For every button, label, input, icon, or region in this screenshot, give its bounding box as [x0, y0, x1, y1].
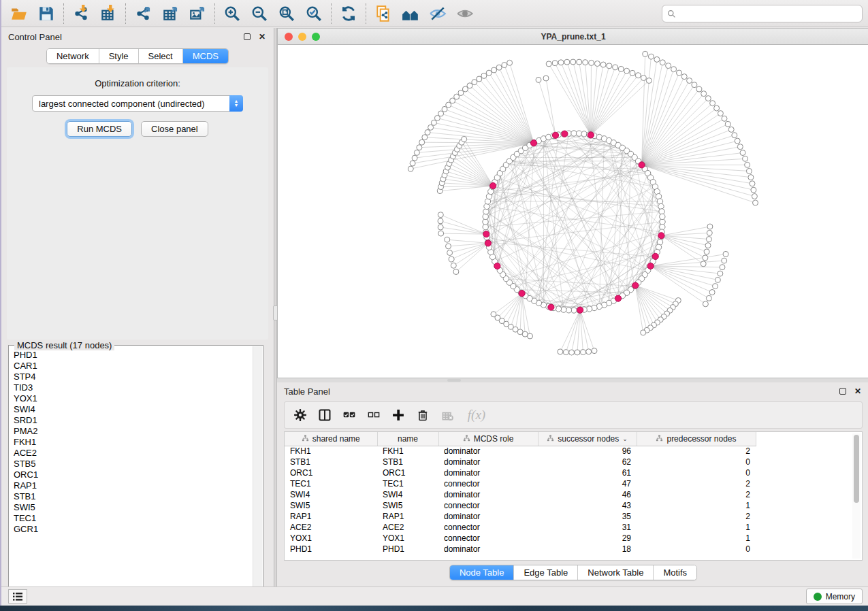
tab-network-table[interactable]: Network Table — [578, 565, 654, 580]
cell-successor-nodes[interactable]: 47 — [538, 478, 637, 489]
tab-mcds[interactable]: MCDS — [183, 49, 228, 63]
tab-select[interactable]: Select — [139, 49, 183, 63]
cell-shared-name[interactable]: TEC1 — [285, 478, 377, 489]
column-header-shared-name[interactable]: shared name — [285, 432, 377, 446]
cell-MCDS-role[interactable]: connector — [438, 522, 538, 533]
zoom-in-button[interactable] — [219, 3, 246, 24]
tab-edge-table[interactable]: Edge Table — [514, 565, 578, 580]
cell-name[interactable]: ORC1 — [377, 467, 438, 478]
cell-shared-name[interactable]: ACE2 — [285, 522, 377, 533]
cell-successor-nodes[interactable]: 62 — [538, 457, 637, 467]
table-row[interactable]: SWI4SWI4dominator462 — [285, 489, 756, 500]
table-row[interactable]: ORC1ORC1dominator610 — [285, 467, 756, 478]
cell-predecessor-nodes[interactable]: 0 — [637, 467, 756, 478]
column-header-successor-nodes[interactable]: successor nodes⌄ — [538, 432, 637, 446]
function-builder-button[interactable]: f(x) — [462, 405, 492, 425]
result-node[interactable]: STB5 — [14, 459, 253, 469]
cell-name[interactable]: FKH1 — [377, 446, 438, 457]
result-node[interactable]: STB1 — [14, 491, 253, 502]
tab-network[interactable]: Network — [47, 49, 99, 63]
clear-table-button[interactable] — [437, 405, 457, 425]
cell-name[interactable]: SWI5 — [377, 500, 438, 511]
cell-predecessor-nodes[interactable]: 1 — [637, 500, 756, 511]
cell-successor-nodes[interactable]: 46 — [538, 489, 637, 500]
result-node[interactable]: RAP1 — [14, 480, 253, 491]
table-row[interactable]: TEC1TEC1connector472 — [285, 478, 756, 489]
cell-MCDS-role[interactable]: dominator — [438, 467, 538, 478]
result-node[interactable]: FKH1 — [14, 437, 253, 448]
tab-motifs[interactable]: Motifs — [654, 565, 696, 580]
memory-button[interactable]: Memory — [806, 589, 863, 604]
export-table-button[interactable] — [157, 3, 184, 24]
cell-successor-nodes[interactable]: 31 — [538, 522, 637, 533]
result-node[interactable]: YOX1 — [14, 393, 253, 404]
cell-name[interactable]: PHD1 — [377, 544, 438, 555]
cell-shared-name[interactable]: SWI5 — [285, 500, 377, 511]
column-header-name[interactable]: name — [377, 432, 438, 446]
cell-predecessor-nodes[interactable]: 1 — [637, 522, 756, 533]
delete-button[interactable] — [413, 405, 433, 425]
close-panel-button[interactable]: ✕ — [257, 32, 267, 42]
cell-MCDS-role[interactable]: connector — [438, 533, 538, 544]
cell-MCDS-role[interactable]: connector — [438, 500, 538, 511]
close-panel-button-mcds[interactable]: Close panel — [141, 121, 208, 137]
result-node[interactable]: PMA2 — [14, 426, 253, 437]
cell-shared-name[interactable]: RAP1 — [285, 511, 377, 522]
window-close-icon[interactable] — [285, 33, 293, 41]
cell-name[interactable]: SWI4 — [377, 489, 438, 500]
table-scroll-thumb[interactable] — [854, 435, 859, 503]
result-node[interactable]: SRD1 — [14, 415, 253, 426]
import-table-button[interactable] — [95, 3, 122, 24]
result-node[interactable]: CAR1 — [14, 361, 253, 371]
result-scrollbar[interactable] — [253, 346, 262, 593]
window-minimize-icon[interactable] — [298, 33, 306, 41]
cell-shared-name[interactable]: YOX1 — [285, 533, 377, 544]
import-network-button[interactable] — [67, 3, 95, 24]
cell-MCDS-role[interactable]: connector — [438, 478, 538, 489]
cell-successor-nodes[interactable]: 96 — [538, 446, 637, 457]
cell-name[interactable]: ACE2 — [377, 522, 438, 533]
table-row[interactable]: RAP1RAP1dominator352 — [285, 511, 756, 522]
export-image-button[interactable] — [184, 3, 211, 24]
cell-successor-nodes[interactable]: 35 — [538, 511, 637, 522]
cell-name[interactable]: RAP1 — [377, 511, 438, 522]
cell-shared-name[interactable]: SWI4 — [285, 489, 377, 500]
first-neighbors-button[interactable] — [397, 3, 424, 24]
network-graph[interactable] — [278, 45, 868, 377]
cell-name[interactable]: YOX1 — [377, 533, 438, 544]
table-row[interactable]: PHD1PHD1dominator180 — [285, 544, 756, 555]
column-header-predecessor-nodes[interactable]: predecessor nodes — [637, 432, 756, 446]
cell-shared-name[interactable]: FKH1 — [285, 446, 377, 457]
search-field[interactable] — [662, 5, 863, 22]
cell-predecessor-nodes[interactable]: 0 — [637, 457, 756, 467]
cell-name[interactable]: TEC1 — [377, 478, 438, 489]
network-canvas[interactable] — [278, 45, 868, 377]
hide-selected-button[interactable] — [424, 3, 451, 24]
export-network-button[interactable] — [129, 3, 157, 24]
open-file-button[interactable] — [5, 3, 33, 24]
select-all-button[interactable] — [339, 405, 359, 425]
cell-MCDS-role[interactable]: dominator — [438, 446, 538, 457]
cell-predecessor-nodes[interactable]: 0 — [637, 544, 756, 555]
cell-predecessor-nodes[interactable]: 1 — [637, 533, 756, 544]
cell-shared-name[interactable]: STB1 — [285, 457, 377, 467]
table-close-button[interactable]: ✕ — [853, 386, 863, 396]
cell-MCDS-role[interactable]: dominator — [438, 511, 538, 522]
copy-network-button[interactable] — [370, 3, 397, 24]
cell-predecessor-nodes[interactable]: 2 — [637, 478, 756, 489]
result-node[interactable]: PHD1 — [14, 350, 253, 361]
run-mcds-button[interactable]: Run MCDS — [67, 121, 132, 137]
gear-button[interactable] — [290, 405, 310, 425]
table-row[interactable]: YOX1YOX1connector291 — [285, 533, 756, 544]
save-session-button[interactable] — [33, 3, 60, 24]
result-node[interactable]: GCR1 — [14, 524, 253, 535]
table-row[interactable]: FKH1FKH1dominator962 — [285, 446, 756, 457]
cell-MCDS-role[interactable]: dominator — [438, 544, 538, 555]
add-button[interactable] — [388, 405, 408, 425]
cell-predecessor-nodes[interactable]: 2 — [637, 511, 756, 522]
network-titlebar[interactable]: YPA_prune.txt_1 — [278, 29, 868, 45]
cell-name[interactable]: STB1 — [377, 457, 438, 467]
cell-shared-name[interactable]: ORC1 — [285, 467, 377, 478]
result-node[interactable]: TID3 — [14, 382, 253, 393]
result-node[interactable]: ORC1 — [14, 469, 253, 480]
